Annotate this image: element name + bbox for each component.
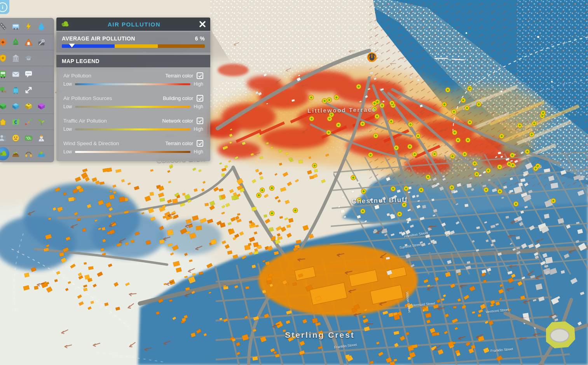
- building-notification-icon: [351, 175, 356, 180]
- industrial-zone-icon: [24, 102, 33, 111]
- building-notification-icon: [456, 138, 461, 142]
- check-icon: [198, 74, 202, 78]
- sidebar-item-traffic-flow[interactable]: [22, 114, 35, 130]
- sidebar-row: [0, 130, 54, 146]
- sidebar-item-routes[interactable]: [22, 82, 35, 98]
- police-badge-icon: [0, 54, 7, 63]
- lightning-icon: [24, 22, 33, 31]
- sidebar-item-electricity[interactable]: [22, 18, 35, 34]
- legend-low-label: Low: [63, 149, 72, 154]
- building-notification-icon: [525, 149, 530, 154]
- house-icon: [0, 118, 7, 126]
- sidebar-item-education[interactable]: [22, 50, 35, 66]
- sidebar-item-healthcare[interactable]: [0, 34, 9, 50]
- legend-gradient-bar: [75, 128, 190, 130]
- building-notification-icon: [397, 212, 402, 216]
- info-views-button[interactable]: i: [0, 0, 9, 14]
- map-legend-list: Air Pollution Terrain color Low High Air…: [56, 67, 210, 161]
- legend-high-label: High: [194, 81, 203, 87]
- sidebar-item-maintenance[interactable]: [35, 34, 48, 50]
- sidebar-item-police[interactable]: [0, 50, 9, 66]
- double-arrow-icon: [24, 86, 33, 95]
- building-notification-icon: [518, 123, 522, 128]
- sidebar-row: [0, 98, 54, 114]
- sidebar-item-natural-resources[interactable]: [35, 114, 48, 130]
- legend-checkbox[interactable]: [197, 95, 203, 102]
- roads-icon: [0, 22, 7, 31]
- toolbox-wrench-icon: [37, 38, 46, 47]
- sidebar-item-attractiveness[interactable]: [9, 114, 22, 130]
- money-bill-icon: [24, 133, 33, 142]
- legend-label: Wind Speed & Direction: [63, 140, 165, 146]
- sidebar-item-tourism[interactable]: [9, 82, 22, 98]
- legend-item-wind-speed-direction: Wind Speed & Direction Terrain color Low…: [59, 137, 207, 158]
- infoview-sidebar: [0, 18, 54, 162]
- sidebar-item-communications[interactable]: [22, 66, 35, 82]
- close-button[interactable]: [198, 20, 207, 28]
- legend-high-label: High: [194, 149, 203, 154]
- building-notification-icon: [452, 109, 456, 114]
- legend-checkbox[interactable]: [197, 118, 203, 124]
- fire-alarm-icon: [24, 38, 33, 47]
- sidebar-item-ground-pollution[interactable]: [9, 146, 22, 161]
- building-notification-icon: [360, 121, 365, 126]
- building-notification-icon: [326, 130, 331, 135]
- sidebar-item-public-transport[interactable]: [9, 18, 22, 34]
- building-notification-icon: [373, 133, 378, 138]
- sidebar-item-water-sewage[interactable]: [35, 18, 48, 34]
- legend-color-type: Building color: [163, 95, 193, 101]
- info-icon: i: [0, 2, 7, 12]
- average-pollution-value: 6 %: [195, 35, 205, 42]
- legend-checkbox[interactable]: [197, 140, 203, 147]
- sidebar-item-administration[interactable]: [9, 50, 22, 66]
- sidebar-row: [0, 114, 54, 130]
- sidebar-item-residential-zone[interactable]: [0, 98, 9, 114]
- sidebar-item-population[interactable]: [0, 130, 9, 146]
- sidebar-item-post[interactable]: [9, 66, 22, 82]
- building-notification-icon: [293, 208, 298, 213]
- sidebar-item-noise-pollution[interactable]: [22, 146, 35, 161]
- sidebar-item-fire-rescue[interactable]: [22, 34, 35, 50]
- check-icon: [198, 141, 202, 146]
- sidebar-item-industrial-zone[interactable]: [22, 98, 35, 114]
- sidebar-item-happiness[interactable]: [9, 130, 22, 146]
- average-pollution-label: AVERAGE AIR POLLUTION: [62, 35, 135, 42]
- commercial-zone-icon: [11, 102, 20, 111]
- sidebar-item-transit[interactable]: [0, 66, 9, 82]
- sidebar-item-roads[interactable]: [0, 18, 9, 34]
- building-notification-icon: [465, 105, 469, 110]
- building-notification-icon: [484, 188, 489, 192]
- sidebar-item-commercial-zone[interactable]: [9, 98, 22, 114]
- building-notification-icon: [380, 103, 384, 108]
- sidebar-item-office-zone[interactable]: [35, 98, 48, 114]
- building-notification-icon: [475, 172, 479, 177]
- legend-high-label: High: [194, 126, 203, 132]
- sidebar-item-garbage[interactable]: [9, 34, 22, 50]
- game-screen: Littlewood Terrace Chestnut Bluff Concor…: [0, 0, 588, 365]
- building-notification-icon: [476, 102, 481, 107]
- building-notification-icon: [533, 166, 538, 171]
- envelope-icon: [11, 70, 20, 79]
- building-notification-icon: [368, 153, 373, 157]
- sidebar-item-water-pollution[interactable]: [35, 146, 48, 161]
- legend-label: Air Pollution: [63, 73, 165, 79]
- building-notification-icon: [426, 175, 430, 179]
- sidebar-item-air-pollution[interactable]: [0, 146, 9, 161]
- legend-low-label: Low: [63, 104, 72, 109]
- legend-checkbox[interactable]: [197, 72, 203, 79]
- water-pollution-icon: [37, 149, 46, 158]
- building-notification-icon: [389, 101, 394, 105]
- sidebar-row: [0, 66, 54, 82]
- sidebar-item-economy[interactable]: [22, 130, 35, 146]
- district-label: Sterling Crest: [285, 330, 355, 340]
- sidebar-item-parks-recreation[interactable]: [0, 82, 9, 98]
- electricity-off-alert[interactable]: [368, 53, 376, 61]
- legend-label: Air Pollution Sources: [63, 95, 163, 101]
- sidebar-item-workers[interactable]: [35, 130, 48, 146]
- headphones-icon: [24, 149, 33, 158]
- residential-zone-icon: [0, 102, 7, 111]
- building-notification-icon: [391, 186, 396, 191]
- legend-color-type: Network color: [162, 118, 193, 124]
- sidebar-item-land-value[interactable]: [0, 114, 9, 130]
- graduation-cap-icon: [24, 54, 33, 63]
